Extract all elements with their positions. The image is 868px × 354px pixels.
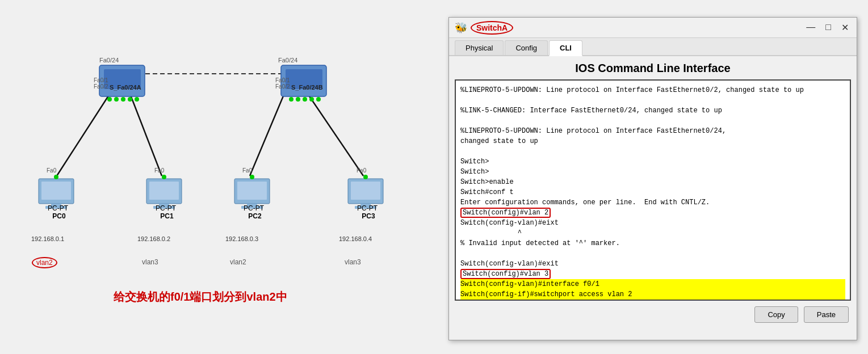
term-line-15: Switch(config)#vlan 3: [460, 269, 845, 279]
svg-rect-20: [41, 182, 71, 200]
ios-title: IOS Command Line Interface: [449, 56, 857, 79]
term-line-10: Switch(config)#vlan 2: [460, 208, 845, 218]
term-line-3: %LINEPROTO-5-UPDOWN: Line protocol on In…: [460, 126, 845, 136]
svg-point-23: [54, 175, 58, 179]
svg-point-17: [309, 97, 314, 102]
switch-a-port-labels: Fa0/1Fa0/2: [94, 77, 108, 90]
pc1-ip: 192.168.0.2: [137, 235, 170, 242]
switch-a-name: S_Fa0/24A: [110, 84, 141, 91]
title-left: 🐝 SwitchA: [455, 21, 513, 35]
annotation-chinese: 给交换机的f0/1端口划分到vlan2中: [114, 289, 287, 305]
pc1-port-label: Fa0: [154, 167, 164, 174]
pc2-vlan: vlan2: [230, 258, 246, 266]
pc0-type-label: PC-PT: [38, 204, 78, 212]
pc3-vlan: vlan3: [345, 258, 361, 266]
paste-button[interactable]: Paste: [804, 306, 849, 323]
switch-b-name: S_Fa0/24B: [291, 84, 323, 91]
window-title-text: SwitchA: [471, 21, 513, 35]
term-line-17: Switch(config-if)#switchport access vlan…: [460, 289, 845, 300]
term-line-4: changed state to up: [460, 136, 845, 146]
network-diagram: Fa0/24 Fa0/24 Fa0/1Fa0/2 S_Fa0/24A Fa0/1…: [0, 0, 448, 354]
terminal-output[interactable]: %LINEPROTO-5-UPDOWN: Line protocol on In…: [455, 79, 851, 301]
pc1-name-label: PC1: [150, 212, 184, 220]
svg-rect-30: [237, 182, 267, 200]
svg-point-10: [128, 97, 132, 102]
term-line-2: %LINK-5-CHANGED: Interface FastEthernet0…: [460, 106, 845, 116]
term-line-7: Switch>enable: [460, 177, 845, 187]
pc0-name-label: PC0: [42, 212, 76, 220]
window-controls: — □ ✕: [804, 22, 851, 33]
pc3-ip: 192.168.0.4: [339, 235, 372, 242]
pc2-name-label: PC2: [238, 212, 272, 220]
switch-b-port-labels: Fa0/1Fa0/2: [275, 77, 290, 90]
term-line-14: Switch(config-vlan)#exit: [460, 259, 845, 269]
svg-line-3: [250, 88, 287, 176]
svg-point-18: [316, 97, 321, 102]
term-line-16: Switch(config-vlan)#interface f0/1: [460, 279, 845, 289]
svg-point-7: [107, 97, 112, 102]
svg-point-15: [296, 97, 300, 102]
term-line-9: Enter configuration commands, one per li…: [460, 197, 845, 208]
switch-b-fa024-label: Fa0/24: [278, 57, 297, 64]
pc0-vlan-circled: vlan2: [32, 257, 57, 268]
term-line-6: Switch>: [460, 167, 845, 177]
network-svg: [0, 0, 448, 295]
svg-point-16: [303, 97, 307, 102]
pc1-vlan: vlan3: [142, 258, 158, 266]
term-line-13: % Invalid input detected at '^' marker.: [460, 238, 845, 248]
pc3-type-label: PC-PT: [347, 204, 387, 212]
svg-line-1: [57, 88, 114, 176]
pc0-ip: 192.168.0.1: [31, 235, 64, 242]
svg-line-2: [128, 88, 162, 176]
tab-cli[interactable]: CLI: [549, 40, 582, 56]
pc2-ip: 192.168.0.3: [225, 235, 258, 242]
svg-rect-25: [149, 182, 179, 200]
svg-point-38: [363, 175, 368, 179]
switch-icon: 🐝: [455, 22, 467, 34]
tab-physical[interactable]: Physical: [455, 40, 504, 55]
title-bar: 🐝 SwitchA — □ ✕: [449, 18, 857, 38]
pc1-type-label: PC-PT: [146, 204, 186, 212]
pc2-port-label: Fa0: [242, 167, 252, 174]
svg-point-8: [114, 97, 119, 102]
close-button[interactable]: ✕: [839, 22, 851, 33]
tab-bar: Physical Config CLI: [449, 38, 857, 56]
term-line-1: %LINEPROTO-5-UPDOWN: Line protocol on In…: [460, 85, 845, 95]
minimize-button[interactable]: —: [804, 22, 817, 33]
pc0-port-label: Fa0: [47, 167, 56, 174]
pc2-type-label: PC-PT: [234, 204, 274, 212]
pc3-port-label: Fa0: [357, 167, 366, 174]
term-line-12: ^: [460, 228, 845, 238]
term-line-5: Switch>: [460, 157, 845, 167]
pc3-name-label: PC3: [351, 212, 385, 220]
term-line-11: Switch(config-vlan)#eixt: [460, 218, 845, 228]
switch-window: 🐝 SwitchA — □ ✕ Physical Config CLI IOS …: [448, 17, 857, 340]
copy-button[interactable]: Copy: [754, 306, 798, 323]
svg-point-9: [121, 97, 125, 102]
svg-point-33: [250, 175, 254, 179]
svg-rect-35: [351, 182, 380, 200]
svg-point-14: [289, 97, 293, 102]
svg-point-11: [135, 97, 139, 102]
maximize-button[interactable]: □: [823, 22, 833, 33]
bottom-buttons: Copy Paste: [449, 301, 857, 328]
switch-a-fa024-label: Fa0/24: [99, 57, 119, 64]
tab-config[interactable]: Config: [505, 40, 548, 55]
svg-point-28: [162, 175, 166, 179]
term-line-8: Switch#conf t: [460, 187, 845, 197]
